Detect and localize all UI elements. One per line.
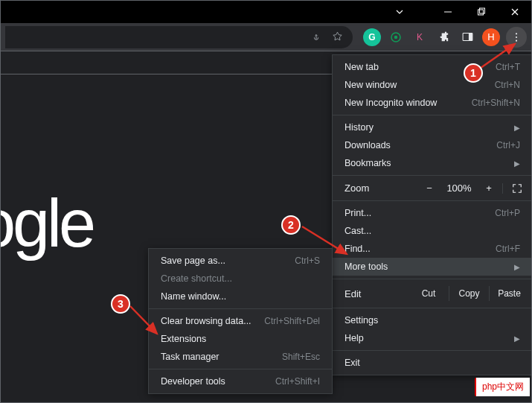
menu-label: Downloads	[344, 140, 391, 150]
menu-cast[interactable]: Cast...	[333, 222, 532, 240]
extension-k-icon[interactable]: K	[411, 28, 429, 46]
shortcut: Ctrl+J	[496, 140, 520, 150]
more-tools-submenu: Save page as...Ctrl+S Create shortcut...…	[148, 248, 333, 394]
shortcut: Ctrl+F	[496, 244, 520, 254]
menu-label: Print...	[344, 208, 371, 218]
menu-zoom: Zoom − 100% +	[333, 179, 532, 197]
submenu-arrow-icon: ▶	[514, 159, 520, 168]
menu-exit[interactable]: Exit	[333, 354, 532, 372]
menu-divider	[333, 115, 532, 115]
menu-label: Help	[344, 333, 364, 343]
menu-label: Settings	[344, 315, 378, 326]
menu-label: Exit	[344, 358, 360, 368]
annotation-badge-3: 3	[111, 294, 130, 314]
minimize-button[interactable]	[431, 1, 464, 23]
submenu-arrow-icon: ▶	[514, 124, 520, 132]
menu-label: New tab	[344, 62, 379, 72]
shortcut: Ctrl+Shift+Del	[264, 316, 320, 326]
menu-history[interactable]: History▶	[333, 118, 532, 136]
submenu-arrow-icon: ▶	[514, 334, 520, 343]
menu-downloads[interactable]: DownloadsCtrl+J	[333, 136, 532, 154]
submenu-task-manager[interactable]: Task managerShift+Esc	[149, 348, 332, 366]
extension-green-icon[interactable]	[387, 28, 405, 46]
star-icon[interactable]	[330, 31, 344, 44]
svg-point-9	[516, 33, 517, 34]
menu-label: Task manager	[161, 352, 219, 362]
submenu-name-window[interactable]: Name window...	[149, 288, 332, 305]
menu-incognito[interactable]: New Incognito windowCtrl+Shift+N	[333, 94, 532, 112]
separator	[1, 74, 338, 74]
svg-point-11	[516, 39, 517, 41]
menu-settings[interactable]: Settings	[333, 311, 532, 329]
menu-divider	[333, 200, 532, 201]
submenu-clear-browsing-data[interactable]: Clear browsing data...Ctrl+Shift+Del	[149, 312, 332, 330]
menu-divider	[333, 279, 532, 279]
menu-label: History	[344, 122, 374, 133]
menu-label: More tools	[344, 261, 388, 272]
menu-divider	[333, 175, 532, 176]
shortcut: Ctrl+P	[495, 208, 520, 218]
menu-divider	[333, 308, 532, 308]
zoom-in-button[interactable]: +	[475, 183, 502, 194]
menu-divider	[149, 308, 332, 309]
menu-label: New Incognito window	[344, 98, 437, 108]
svg-point-10	[516, 36, 517, 37]
close-button[interactable]	[498, 1, 531, 23]
svg-rect-8	[468, 34, 472, 41]
extensions-puzzle-icon[interactable]	[435, 28, 452, 46]
menu-bookmarks[interactable]: Bookmarks▶	[333, 154, 532, 172]
menu-label: Create shortcut...	[161, 273, 232, 284]
menu-new-tab[interactable]: New tabCtrl+T	[333, 58, 532, 76]
menu-label: Clear browsing data...	[161, 316, 251, 326]
menu-divider	[149, 369, 332, 369]
profile-avatar[interactable]: H	[482, 28, 500, 46]
shortcut: Ctrl+N	[495, 80, 520, 90]
shortcut: Ctrl+S	[295, 256, 320, 266]
menu-edit: Edit Cut Copy Paste	[333, 282, 532, 305]
window-titlebar	[1, 1, 531, 23]
submenu-developer-tools[interactable]: Developer toolsCtrl+Shift+I	[149, 372, 332, 390]
submenu-arrow-icon: ▶	[514, 263, 520, 271]
submenu-extensions[interactable]: Extensions	[149, 330, 332, 348]
menu-label: Find...	[344, 244, 371, 254]
cut-button[interactable]: Cut	[408, 286, 449, 301]
svg-rect-1	[478, 10, 483, 15]
shortcut: Ctrl+Shift+I	[275, 376, 320, 387]
extension-grammarly-icon[interactable]: G	[363, 28, 381, 46]
submenu-create-shortcut: Create shortcut...	[149, 270, 332, 288]
copy-button[interactable]: Copy	[449, 286, 489, 301]
menu-more-tools[interactable]: More tools▶	[333, 258, 532, 276]
svg-rect-2	[479, 8, 484, 13]
watermark: php中文网	[475, 378, 530, 396]
side-panel-icon[interactable]	[458, 28, 476, 46]
maximize-button[interactable]	[464, 1, 498, 23]
shortcut: Ctrl+T	[496, 62, 520, 72]
zoom-out-button[interactable]: −	[416, 183, 443, 194]
annotation-badge-1: 1	[464, 63, 483, 83]
caret-down-icon[interactable]	[382, 1, 416, 23]
menu-label: New window	[344, 80, 397, 90]
menu-label: Bookmarks	[344, 158, 391, 168]
submenu-save-page[interactable]: Save page as...Ctrl+S	[149, 252, 332, 270]
paste-button[interactable]: Paste	[489, 286, 529, 301]
menu-help[interactable]: Help▶	[333, 329, 532, 347]
menu-new-window[interactable]: New windowCtrl+N	[333, 76, 532, 94]
share-icon[interactable]	[310, 31, 323, 44]
chrome-main-menu: New tabCtrl+T New windowCtrl+N New Incog…	[332, 54, 532, 375]
zoom-value: 100%	[443, 183, 475, 194]
annotation-badge-2: 2	[281, 215, 301, 235]
menu-print[interactable]: Print...Ctrl+P	[333, 204, 532, 222]
fullscreen-button[interactable]	[502, 183, 525, 194]
shortcut: Shift+Esc	[282, 352, 320, 362]
menu-find[interactable]: Find...Ctrl+F	[333, 240, 532, 258]
menu-label: Developer tools	[161, 376, 225, 387]
menu-label: Name window...	[161, 291, 226, 302]
menu-divider	[333, 350, 532, 351]
svg-point-6	[394, 35, 398, 39]
google-logo-fragment: ogle	[0, 185, 93, 262]
shortcut: Ctrl+Shift+N	[472, 98, 520, 108]
omnibox[interactable]	[5, 26, 353, 48]
menu-label: Extensions	[161, 334, 206, 344]
customize-menu-button[interactable]	[506, 27, 527, 48]
zoom-label: Zoom	[344, 183, 416, 194]
